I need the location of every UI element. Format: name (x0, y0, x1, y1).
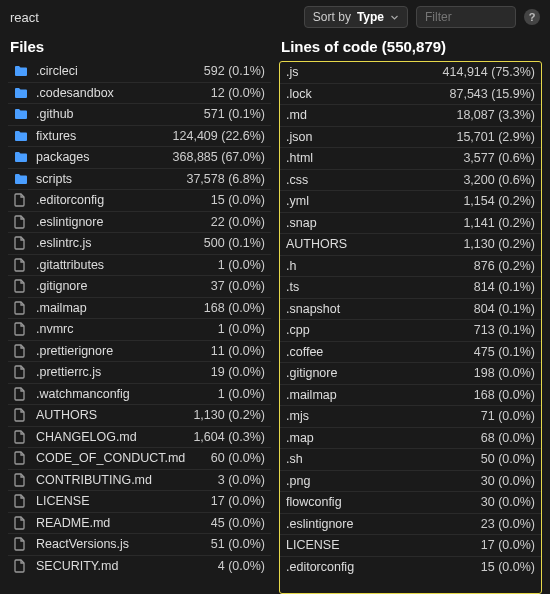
file-icon (14, 215, 30, 229)
file-row[interactable]: .github571 (0.1%) (8, 104, 271, 126)
loc-row[interactable]: .png30 (0.0%) (280, 471, 541, 493)
file-row[interactable]: README.md45 (0.0%) (8, 513, 271, 535)
loc-row[interactable]: .yml1,154 (0.2%) (280, 191, 541, 213)
loc-ext: .md (286, 108, 456, 122)
loc-row[interactable]: .mailmap168 (0.0%) (280, 385, 541, 407)
loc-row[interactable]: .cpp713 (0.1%) (280, 320, 541, 342)
file-name: ReactVersions.js (36, 537, 211, 551)
file-row[interactable]: packages368,885 (67.0%) (8, 147, 271, 169)
file-name: CONTRIBUTING.md (36, 473, 218, 487)
file-row[interactable]: .nvmrc1 (0.0%) (8, 319, 271, 341)
loc-row[interactable]: .sh50 (0.0%) (280, 449, 541, 471)
file-name: .editorconfig (36, 193, 211, 207)
file-row[interactable]: .editorconfig15 (0.0%) (8, 190, 271, 212)
loc-row[interactable]: .editorconfig15 (0.0%) (280, 557, 541, 579)
file-stat: 22 (0.0%) (211, 215, 265, 229)
loc-ext: .coffee (286, 345, 474, 359)
file-name: fixtures (36, 129, 173, 143)
file-row[interactable]: CODE_OF_CONDUCT.md60 (0.0%) (8, 448, 271, 470)
sort-button[interactable]: Sort by Type (304, 6, 408, 28)
loc-ext: .snap (286, 216, 463, 230)
loc-row[interactable]: .eslintignore23 (0.0%) (280, 514, 541, 536)
file-icon (14, 279, 30, 293)
loc-stat: 3,577 (0.6%) (463, 151, 535, 165)
loc-row[interactable]: .css3,200 (0.6%) (280, 170, 541, 192)
file-row[interactable]: CONTRIBUTING.md3 (0.0%) (8, 470, 271, 492)
file-icon (14, 408, 30, 422)
loc-stat: 1,130 (0.2%) (463, 237, 535, 251)
file-name: .prettierignore (36, 344, 211, 358)
file-row[interactable]: .gitattributes1 (0.0%) (8, 255, 271, 277)
file-row[interactable]: fixtures124,409 (22.6%) (8, 126, 271, 148)
file-stat: 51 (0.0%) (211, 537, 265, 551)
loc-row[interactable]: .html3,577 (0.6%) (280, 148, 541, 170)
loc-ext: .cpp (286, 323, 474, 337)
loc-stat: 713 (0.1%) (474, 323, 535, 337)
file-icon (14, 559, 30, 573)
file-row[interactable]: scripts37,578 (6.8%) (8, 169, 271, 191)
loc-ext: .editorconfig (286, 560, 481, 574)
file-row[interactable]: .prettierignore11 (0.0%) (8, 341, 271, 363)
loc-ext: .snapshot (286, 302, 474, 316)
loc-stat: 1,141 (0.2%) (463, 216, 535, 230)
loc-row[interactable]: .map68 (0.0%) (280, 428, 541, 450)
loc-row[interactable]: .mjs71 (0.0%) (280, 406, 541, 428)
file-row[interactable]: .prettierrc.js19 (0.0%) (8, 362, 271, 384)
file-row[interactable]: .watchmanconfig1 (0.0%) (8, 384, 271, 406)
file-row[interactable]: .gitignore37 (0.0%) (8, 276, 271, 298)
file-icon (14, 301, 30, 315)
file-row[interactable]: LICENSE17 (0.0%) (8, 491, 271, 513)
loc-ext: .ts (286, 280, 474, 294)
loc-row[interactable]: .h876 (0.2%) (280, 256, 541, 278)
help-icon[interactable]: ? (524, 9, 540, 25)
loc-header: Lines of code (550,879) (279, 34, 542, 61)
file-row[interactable]: .circleci592 (0.1%) (8, 61, 271, 83)
file-icon (14, 494, 30, 508)
file-row[interactable]: CHANGELOG.md1,604 (0.3%) (8, 427, 271, 449)
loc-row[interactable]: .md18,087 (3.3%) (280, 105, 541, 127)
loc-row[interactable]: .ts814 (0.1%) (280, 277, 541, 299)
file-name: .watchmanconfig (36, 387, 218, 401)
file-icon (14, 516, 30, 530)
file-name: .gitignore (36, 279, 211, 293)
loc-ext: .mailmap (286, 388, 474, 402)
loc-row[interactable]: .coffee475 (0.1%) (280, 342, 541, 364)
loc-row[interactable]: .gitignore198 (0.0%) (280, 363, 541, 385)
loc-stat: 30 (0.0%) (481, 474, 535, 488)
file-name: CHANGELOG.md (36, 430, 193, 444)
loc-ext: .mjs (286, 409, 481, 423)
file-name: .nvmrc (36, 322, 218, 336)
file-stat: 168 (0.0%) (204, 301, 265, 315)
file-row[interactable]: .eslintrc.js500 (0.1%) (8, 233, 271, 255)
loc-ext: .sh (286, 452, 481, 466)
loc-stat: 18,087 (3.3%) (456, 108, 535, 122)
loc-row[interactable]: .lock87,543 (15.9%) (280, 84, 541, 106)
file-name: .eslintignore (36, 215, 211, 229)
loc-row[interactable]: flowconfig30 (0.0%) (280, 492, 541, 514)
file-name: .gitattributes (36, 258, 218, 272)
file-stat: 37,578 (6.8%) (186, 172, 265, 186)
file-row[interactable]: AUTHORS1,130 (0.2%) (8, 405, 271, 427)
loc-row[interactable]: .json15,701 (2.9%) (280, 127, 541, 149)
file-stat: 12 (0.0%) (211, 86, 265, 100)
file-row[interactable]: ReactVersions.js51 (0.0%) (8, 534, 271, 556)
loc-row[interactable]: .snap1,141 (0.2%) (280, 213, 541, 235)
filter-input[interactable] (416, 6, 516, 28)
loc-row[interactable]: .js414,914 (75.3%) (280, 62, 541, 84)
file-row[interactable]: .codesandbox12 (0.0%) (8, 83, 271, 105)
file-stat: 592 (0.1%) (204, 64, 265, 78)
file-icon (14, 344, 30, 358)
loc-ext: .h (286, 259, 474, 273)
loc-ext: .css (286, 173, 463, 187)
loc-ext: .gitignore (286, 366, 474, 380)
loc-row[interactable]: AUTHORS1,130 (0.2%) (280, 234, 541, 256)
file-row[interactable]: .mailmap168 (0.0%) (8, 298, 271, 320)
files-header: Files (8, 34, 271, 61)
file-row[interactable]: .eslintignore22 (0.0%) (8, 212, 271, 234)
loc-stat: 198 (0.0%) (474, 366, 535, 380)
file-row[interactable]: SECURITY.md4 (0.0%) (8, 556, 271, 578)
loc-row[interactable]: .snapshot804 (0.1%) (280, 299, 541, 321)
loc-stat: 3,200 (0.6%) (463, 173, 535, 187)
file-icon (14, 236, 30, 250)
loc-row[interactable]: LICENSE17 (0.0%) (280, 535, 541, 557)
